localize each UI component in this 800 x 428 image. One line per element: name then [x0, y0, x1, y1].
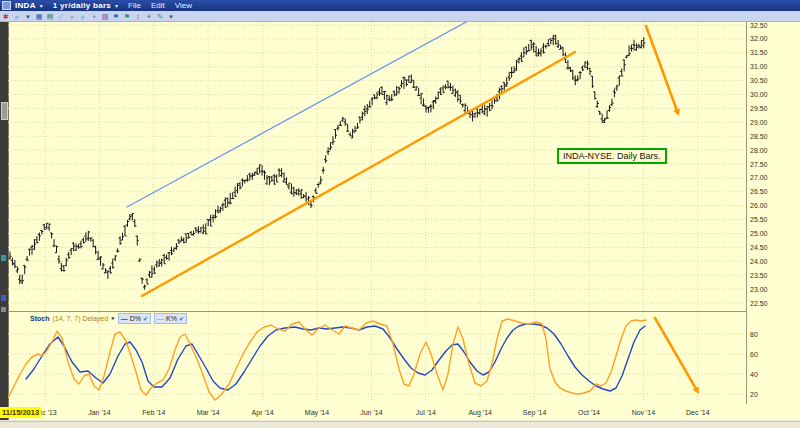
menu-view[interactable]: View — [175, 1, 192, 10]
zoom-out-icon[interactable]: ⌕ — [79, 12, 87, 21]
pencil-tool-icon[interactable]: ✎ — [156, 12, 164, 21]
price-axis-tick-label: 25.50 — [750, 216, 768, 223]
price-axis-tick-label: 30.00 — [750, 91, 768, 98]
k-label: K% — [166, 315, 177, 322]
flag-up-tool-icon[interactable]: ⚑ — [112, 12, 120, 21]
symbol-dropdown-icon[interactable]: ▾ — [40, 2, 43, 9]
symbol-label[interactable]: INDA — [15, 1, 36, 10]
legend-d-percent[interactable]: — D% ✔ — [118, 313, 151, 324]
toolbar: ✱⌕▾▦▤∕⌕⌕＋▨⚑⚑↕✦✎▾ — [0, 11, 800, 22]
d-checkbox[interactable]: ✔ — [143, 315, 148, 322]
stoch-header: Stoch (14, 7, 7) Delayed ● — D% ✔ — K% ✔ — [30, 313, 187, 323]
x-axis-month-label: Jan '14 — [79, 409, 119, 416]
price-axis-tick-label: 27.00 — [750, 174, 768, 181]
menu-edit[interactable]: Edit — [151, 1, 165, 10]
d-line-swatch: — — [121, 315, 128, 322]
channel-lower-trendline[interactable] — [142, 52, 575, 296]
title-bar: INDA ▾ 1 yr/daily bars ▾ File Edit View — [0, 0, 800, 11]
price-axis-tick-label: 30.50 — [750, 77, 768, 84]
dropdown-caret-icon[interactable]: ▾ — [24, 12, 32, 21]
tool-caret-icon[interactable]: ▾ — [167, 12, 175, 21]
price-axis-tick-label: 31.50 — [750, 49, 768, 56]
stochastic-chart[interactable] — [8, 312, 746, 404]
price-axis-tick-label: 23.00 — [750, 286, 768, 293]
k-checkbox[interactable]: ✔ — [179, 315, 184, 322]
annotation-icon[interactable]: ▨ — [101, 12, 109, 21]
x-axis-month-label: Aug '14 — [460, 409, 500, 416]
expand-vertical-icon[interactable]: ↕ — [134, 12, 142, 21]
price-axis-tick-label: 24.50 — [750, 244, 768, 251]
x-axis-month-label: Sep '14 — [515, 409, 555, 416]
x-axis-month-label: Mar '14 — [188, 409, 228, 416]
price-panel-right-border — [746, 22, 747, 404]
collapsed-tool-icon[interactable] — [1, 307, 6, 312]
price-axis-tick-label: 22.50 — [750, 300, 768, 307]
window-bottom-edge — [0, 421, 800, 428]
price-axis-tick-label: 24.00 — [750, 258, 768, 265]
app-icon — [2, 1, 11, 10]
ohlc-bars — [8, 35, 645, 290]
collapsed-tool-icon[interactable] — [1, 295, 6, 301]
palette-icon[interactable]: ✱ — [2, 12, 10, 21]
stoch-label[interactable]: Stoch — [30, 315, 49, 322]
indicator-icon[interactable]: ▤ — [46, 12, 54, 21]
price-axis-tick-label: 29.50 — [750, 105, 768, 112]
pointer-tool-icon[interactable]: ✦ — [145, 12, 153, 21]
stoch-axis-tick-label: 80 — [750, 331, 758, 338]
price-axis-tick-label: 28.50 — [750, 133, 768, 140]
x-axis-month-label: Jul '14 — [406, 409, 446, 416]
crosshair-icon[interactable]: ＋ — [90, 12, 98, 21]
price-axis-tick-label: 23.50 — [750, 272, 768, 279]
k-line-swatch: — — [157, 315, 164, 322]
price-axis-tick-label: 26.50 — [750, 188, 768, 195]
price-axis-tick-label: 32.50 — [750, 22, 768, 29]
x-axis-month-label: Oct '14 — [569, 409, 609, 416]
x-axis-month-label: May '14 — [297, 409, 337, 416]
menu-file[interactable]: File — [128, 1, 141, 10]
period-label[interactable]: 1 yr/daily bars — [53, 1, 111, 10]
stoch-params[interactable]: (14, 7, 7) Delayed — [52, 315, 108, 322]
d-label: D% — [130, 315, 141, 322]
channel-upper-trendline[interactable] — [127, 22, 468, 207]
crosshair-date-badge: 11/15/2013 — [0, 407, 41, 418]
stoch-axis-tick-label: 60 — [750, 351, 758, 358]
stoch-settings-icon[interactable]: ● — [111, 315, 115, 321]
price-chart[interactable] — [8, 22, 746, 311]
trendline-tool-icon[interactable]: ∕ — [57, 12, 65, 21]
price-down-arrow[interactable] — [646, 26, 680, 116]
price-axis-tick-label: 29.00 — [750, 119, 768, 126]
stoch-down-arrow[interactable] — [655, 318, 699, 394]
price-axis-tick-label: 27.50 — [750, 161, 768, 168]
price-axis-tick-label: 28.00 — [750, 147, 768, 154]
chart-style-icon[interactable]: ▦ — [35, 12, 43, 21]
collapsed-tool-icon[interactable] — [1, 255, 6, 261]
splitter-grip[interactable] — [1, 102, 8, 120]
price-axis-tick-label: 25.00 — [750, 230, 768, 237]
chart-annotation-box[interactable]: INDA-NYSE. Daily Bars. — [557, 148, 667, 164]
zoom-in-icon[interactable]: ⌕ — [68, 12, 76, 21]
flag-down-tool-icon[interactable]: ⚑ — [123, 12, 131, 21]
x-axis-month-label: Apr '14 — [243, 409, 283, 416]
price-axis-tick-label: 31.00 — [750, 63, 768, 70]
right-margin — [793, 22, 800, 420]
price-axis-tick-label: 32.00 — [750, 35, 768, 42]
zoom-mode-icon[interactable]: ⌕ — [13, 12, 21, 21]
x-axis-month-label: Jun '14 — [351, 409, 391, 416]
stoch-axis-tick-label: 40 — [750, 371, 758, 378]
x-axis-month-label: Nov '14 — [623, 409, 663, 416]
legend-k-percent[interactable]: — K% ✔ — [154, 313, 187, 324]
stoch-axis-tick-label: 20 — [750, 391, 758, 398]
price-axis-tick-label: 26.00 — [750, 202, 768, 209]
period-dropdown-icon[interactable]: ▾ — [115, 2, 118, 9]
x-axis-month-label: Feb '14 — [134, 409, 174, 416]
charting-app-window: INDA ▾ 1 yr/daily bars ▾ File Edit View … — [0, 0, 800, 428]
x-axis-month-label: Dec '14 — [678, 409, 718, 416]
